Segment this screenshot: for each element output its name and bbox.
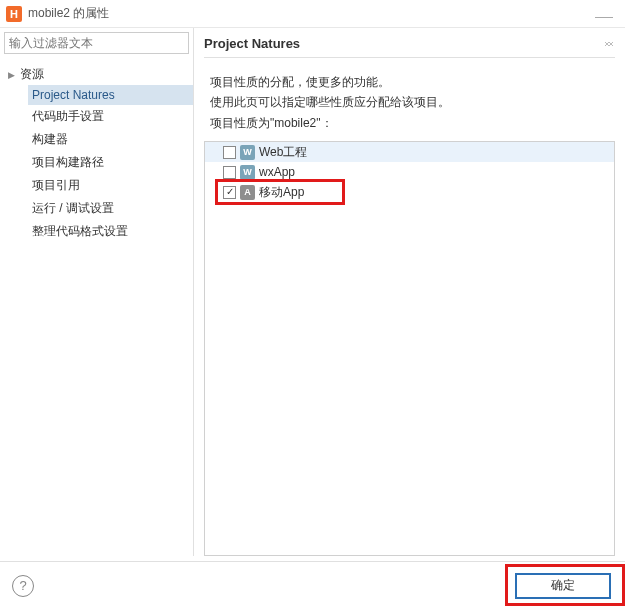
collapse-icon[interactable] [603, 38, 615, 50]
window-title: mobile2 的属性 [28, 5, 109, 22]
ok-button[interactable]: 确定 [515, 573, 611, 599]
checkbox[interactable]: ✓ [223, 186, 236, 199]
nature-row[interactable]: WwxApp [205, 162, 614, 182]
nature-list: WWeb工程WwxApp✓A移动App [204, 141, 615, 556]
desc-line: 使用此页可以指定哪些性质应分配给该项目。 [210, 92, 615, 112]
sidebar-item[interactable]: 整理代码格式设置 [28, 220, 193, 243]
sidebar: ▶ 资源 Project Natures代码助手设置构建器项目构建路径项目引用运… [0, 28, 194, 556]
sidebar-item[interactable]: 项目构建路径 [28, 151, 193, 174]
main-panel: Project Natures 项目性质的分配，使更多的功能。 使用此页可以指定… [194, 28, 625, 556]
nature-type-icon: A [240, 185, 255, 200]
nature-label: wxApp [259, 165, 295, 179]
checkbox[interactable] [223, 146, 236, 159]
tree-children: Project Natures代码助手设置构建器项目构建路径项目引用运行 / 调… [8, 85, 193, 243]
sidebar-item[interactable]: 代码助手设置 [28, 105, 193, 128]
tree-root-label: 资源 [20, 66, 44, 83]
checkbox[interactable] [223, 166, 236, 179]
sidebar-item[interactable]: 运行 / 调试设置 [28, 197, 193, 220]
nature-row[interactable]: WWeb工程 [205, 142, 614, 162]
divider [204, 57, 615, 58]
desc-line: 项目性质的分配，使更多的功能。 [210, 72, 615, 92]
sidebar-item[interactable]: 构建器 [28, 128, 193, 151]
nature-type-icon: W [240, 145, 255, 160]
body: ▶ 资源 Project Natures代码助手设置构建器项目构建路径项目引用运… [0, 28, 625, 556]
minimize-icon[interactable] [595, 17, 613, 19]
nature-label: Web工程 [259, 144, 307, 161]
nature-type-icon: W [240, 165, 255, 180]
app-icon: H [6, 6, 22, 22]
main-header: Project Natures [204, 36, 615, 51]
page-title: Project Natures [204, 36, 603, 51]
nature-row[interactable]: ✓A移动App [205, 182, 614, 202]
footer: ? 确定 [0, 561, 625, 609]
titlebar: H mobile2 的属性 [0, 0, 625, 28]
nav-tree: ▶ 资源 Project Natures代码助手设置构建器项目构建路径项目引用运… [0, 58, 193, 243]
sidebar-item[interactable]: 项目引用 [28, 174, 193, 197]
help-icon[interactable]: ? [12, 575, 34, 597]
desc-line: 项目性质为"mobile2"： [210, 113, 615, 133]
sidebar-item[interactable]: Project Natures [28, 85, 193, 105]
tree-root-resources[interactable]: ▶ 资源 [8, 64, 193, 85]
chevron-right-icon[interactable]: ▶ [8, 70, 20, 80]
filter-input[interactable] [4, 32, 189, 54]
nature-label: 移动App [259, 184, 304, 201]
description: 项目性质的分配，使更多的功能。 使用此页可以指定哪些性质应分配给该项目。 项目性… [204, 72, 615, 133]
